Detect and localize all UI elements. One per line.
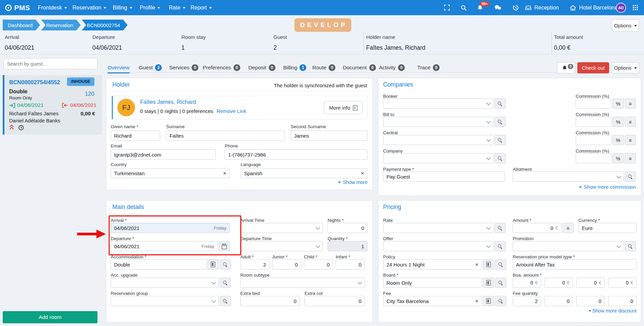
phone-field[interactable]: 1-(786)737-2986 <box>225 149 368 160</box>
boa-amount-field-1[interactable]: 0€ <box>513 278 541 288</box>
apps-grid-icon[interactable] <box>631 0 640 15</box>
breadcrumb-dashboard[interactable]: Dashboard <box>3 20 40 30</box>
search-button[interactable] <box>220 259 231 270</box>
breadcrumb-reservation[interactable]: Reservation <box>41 20 81 30</box>
menu-profile[interactable]: Profile <box>140 0 160 15</box>
search-button[interactable] <box>495 259 506 270</box>
remove-link[interactable]: Remove Link <box>217 108 246 114</box>
quantity-field[interactable]: 1 <box>328 241 368 251</box>
search-button[interactable] <box>625 241 636 251</box>
fee-quantity-field-3[interactable]: 0 <box>576 296 605 306</box>
surname-field[interactable]: Faîtes <box>166 131 285 141</box>
central-field[interactable] <box>383 135 506 145</box>
policy-field[interactable]: 24 Hours 1 Night× <box>383 259 506 270</box>
fee-quantity-field-4[interactable]: 0 <box>608 296 637 306</box>
departure-field[interactable]: 04/06/2021Friday <box>111 241 230 251</box>
tab-preferences[interactable]: Preferences0 <box>203 63 240 72</box>
search-icon[interactable] <box>460 0 468 15</box>
acc-upgrade-field[interactable] <box>111 278 231 288</box>
search-button[interactable] <box>625 171 636 182</box>
tab-trace[interactable]: Trace0 <box>417 63 440 72</box>
room-subtype-field[interactable] <box>240 278 365 288</box>
billto-field[interactable] <box>383 117 506 127</box>
document-button[interactable] <box>483 259 494 270</box>
country-field[interactable]: Turkmenistan× <box>111 168 230 178</box>
offer-field[interactable] <box>383 241 506 251</box>
messages-icon[interactable] <box>493 0 502 15</box>
alarms-button[interactable]: 0 <box>557 62 575 73</box>
company-field[interactable] <box>383 153 506 163</box>
tab-document[interactable]: Document0 <box>343 63 376 72</box>
boa-amount-field-3[interactable]: 0€ <box>576 278 605 288</box>
menu-billing[interactable]: Billing <box>113 0 132 15</box>
tab-billing[interactable]: Billing1 <box>283 63 306 72</box>
arrival-field[interactable]: 04/06/2021Friday <box>111 223 230 233</box>
menu-report[interactable]: Report <box>191 0 212 15</box>
room-card[interactable]: BCN00002754/4552 INHOUSE Double 120 Room… <box>3 75 102 135</box>
search-button[interactable] <box>494 241 506 251</box>
boa-amount-field-2[interactable]: 0€ <box>545 278 573 288</box>
calendar-button[interactable] <box>219 241 230 251</box>
fullscreen-icon[interactable] <box>443 0 451 15</box>
menu-frontdesk[interactable]: Frontdesk <box>38 0 67 15</box>
hotel-switcher[interactable]: Hotel Barcelona <box>570 0 618 15</box>
extra-bed-field[interactable]: 0 <box>240 296 300 306</box>
commission-menu-button[interactable]: ≡ <box>625 98 636 109</box>
accommodation-field[interactable]: Double <box>111 259 231 270</box>
search-button[interactable] <box>494 135 506 145</box>
add-room-button[interactable]: Add room <box>3 311 97 323</box>
adult-field[interactable]: 2 <box>240 259 269 270</box>
clear-icon[interactable]: × <box>475 298 479 304</box>
search-button[interactable] <box>495 296 506 306</box>
extra-cot-field[interactable]: 0 <box>305 296 365 306</box>
fee-quantity-field-1[interactable]: 2 <box>513 296 541 306</box>
fee-field[interactable]: City Tax Barcelona× <box>383 296 506 306</box>
rate-field[interactable] <box>383 223 506 233</box>
percent-button[interactable]: % <box>613 98 624 109</box>
booker-field[interactable] <box>383 98 506 109</box>
boa-amount-field-4[interactable]: 0€ <box>608 278 637 288</box>
tab-route[interactable]: Route0 <box>312 63 335 72</box>
app-logo[interactable]: PMS <box>5 0 30 15</box>
tab-activity[interactable]: Activity0 <box>379 63 405 72</box>
menu-reservation[interactable]: Reservation <box>72 0 106 15</box>
room-reservation-code[interactable]: BCN00002754/4552 <box>9 79 60 86</box>
guest-search-input[interactable] <box>3 58 97 69</box>
language-field[interactable]: Spanish× <box>241 168 368 178</box>
child-field[interactable]: 0 <box>304 259 333 270</box>
clear-icon[interactable]: × <box>223 170 226 176</box>
menu-rate[interactable]: Rate <box>169 0 185 15</box>
commission-menu-button[interactable]: ≡ <box>625 135 636 145</box>
clear-icon[interactable]: × <box>475 262 479 267</box>
company-commission-field[interactable]: %≡ <box>576 153 636 163</box>
search-button[interactable] <box>495 278 506 288</box>
history-icon[interactable] <box>512 0 520 15</box>
search-button[interactable] <box>494 223 506 233</box>
percent-button[interactable]: % <box>613 135 624 145</box>
notifications-bell-icon[interactable]: 99+ <box>476 0 484 15</box>
show-more-commission-link[interactable]: Show more commission <box>579 184 636 190</box>
commission-menu-button[interactable]: ≡ <box>625 117 636 127</box>
nights-field[interactable]: 0 <box>328 223 368 233</box>
junior-field[interactable]: 0 <box>272 259 301 270</box>
commission-menu-button[interactable]: ≡ <box>625 153 636 163</box>
departure-time-field[interactable] <box>240 241 323 251</box>
show-more-discount-link[interactable]: Show more discount <box>589 308 637 313</box>
second-surname-field[interactable]: James <box>291 131 368 141</box>
reservation-options-button[interactable]: Options <box>611 62 640 73</box>
document-button[interactable] <box>483 278 494 288</box>
holder-show-more-link[interactable]: Show more <box>338 180 368 185</box>
search-button[interactable] <box>494 98 506 109</box>
search-button[interactable] <box>220 278 231 288</box>
tab-deposit[interactable]: Deposit0 <box>248 63 275 72</box>
central-commission-field[interactable]: %≡ <box>576 135 636 145</box>
more-info-button[interactable]: More info <box>324 101 362 114</box>
billto-commission-field[interactable]: %≡ <box>576 117 636 127</box>
amount-field[interactable]: 0€ ≡ <box>513 223 574 233</box>
email-field[interactable]: tgrantp3@zdnet.com <box>111 149 216 160</box>
percent-button[interactable]: % <box>613 117 624 127</box>
arrival-time-field[interactable] <box>240 223 323 233</box>
promotion-field[interactable] <box>513 241 636 251</box>
document-button[interactable] <box>483 296 494 306</box>
allotment-field[interactable] <box>513 171 636 182</box>
